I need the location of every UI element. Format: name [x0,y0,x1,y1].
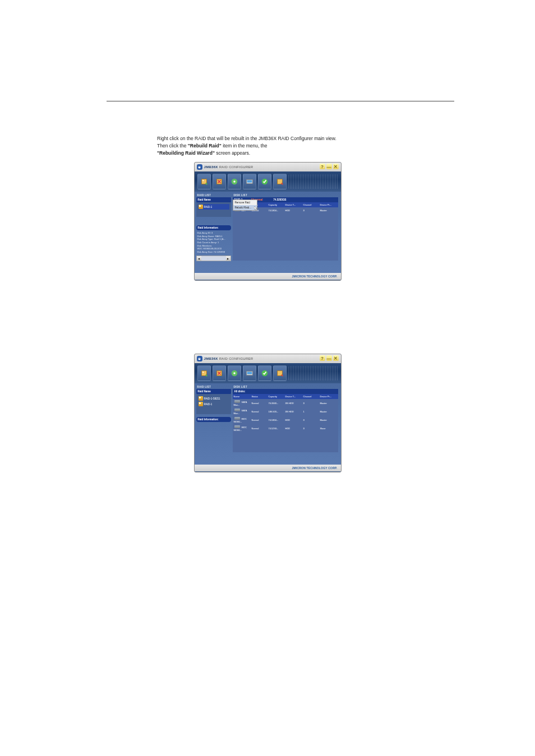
svg-point-15 [233,373,236,375]
raid-configurer-window-1: JMB36X RAID CONFIGURER ? — ✕ RAID LIST R… [194,162,342,281]
raid-list-label: RAID LIST [196,193,231,197]
raid-item-label: RAID-1 [204,206,213,208]
toolbar-filler [288,366,338,381]
toolbar-btn-3[interactable] [228,174,241,189]
disk-list-label: DISK LIST [233,193,338,197]
disk-group-header: All disks: [233,389,338,394]
help-button[interactable]: ? [320,355,325,361]
minimize-button[interactable]: — [326,355,332,361]
toolbar-btn-4[interactable] [243,174,256,189]
raid-item-0[interactable]: RAID-1-SIES1 [198,396,229,401]
disk-icon [234,400,240,403]
disk-icon [234,425,240,428]
toolbar-btn-5[interactable] [258,174,271,189]
toolbar-btn-2[interactable] [213,365,226,381]
right-panel: DISK LIST All disks: Name Status Capacit… [233,383,341,465]
toolbar-filler [288,174,338,189]
toolbar-btn-1[interactable] [197,365,211,381]
disk-list-label: DISK LIST [233,385,338,389]
toolbar-btn-5[interactable] [258,365,271,381]
raid-info-body: Disk Array ID: 3 Disk Array Name: RAID-1… [196,230,231,254]
disk-icon [234,409,240,411]
raid-item-label: RAID-1 [204,403,213,406]
raid-info-header: Raid Information: [196,225,231,230]
raid-icon [199,205,203,209]
help-button[interactable]: ? [320,164,325,169]
toolbar-btn-4[interactable] [243,365,256,381]
close-button[interactable]: ✕ [333,355,339,361]
raid-item-label: RAID-1-SIES1 [204,397,220,400]
svg-rect-2 [202,180,204,182]
cursor-icon [254,206,257,211]
svg-rect-17 [247,372,252,374]
toolbar [195,171,341,192]
raid-icon [199,396,203,401]
svg-rect-7 [247,180,252,183]
minimize-button[interactable]: — [326,164,332,169]
disk-icon [234,417,240,420]
context-rebuild-raid[interactable]: Rebuild Raid... [233,205,257,210]
svg-rect-12 [202,372,204,373]
toolbar-btn-1[interactable] [197,174,211,189]
titlebar: JMB36X RAID CONFIGURER ? — ✕ [195,163,341,171]
app-footer: JMICRON TECHNOLOGY CORP. [195,465,341,471]
raid-tree[interactable]: RAID-1-SIES1 RAID-1 [196,394,231,414]
scroll-track[interactable] [201,256,226,261]
raid-tree[interactable]: RAID-1 [196,202,231,217]
app-logo-icon [197,356,202,361]
raid-item-raid1[interactable]: RAID-1 [198,204,229,210]
scroll-left-icon[interactable]: ◀ [197,256,201,261]
raid-icon [199,402,203,406]
raid-list-label: RAID LIST [196,385,231,389]
app-footer: JMICRON TECHNOLOGY CORP. [195,273,341,280]
titlebar: JMB36X RAID CONFIGURER ? — ✕ [195,354,341,363]
toolbar-btn-3[interactable] [228,365,241,381]
raid-item-1[interactable]: RAID-1 [198,401,229,407]
toolbar-btn-6[interactable] [273,365,287,381]
disk-row[interactable]: SATA Max... Normal 189.920... 3G HDD 1 M… [233,407,338,416]
left-panel: RAID LIST Raid Name RAID-1 Raid Informat… [195,192,233,273]
raid-name-header: Raid Name [196,197,231,202]
toolbar-btn-2[interactable] [213,174,226,189]
page-divider [107,101,454,101]
app-title: JMB36X RAID CONFIGURER [204,165,253,169]
disk-list-body: 00... Normal 74.5304... HDD 3 Master [233,207,338,261]
raid-name-header: Raid Name [196,389,231,394]
disk-column-headers[interactable]: Name Status Capacity Device T... Channel… [233,394,338,399]
scroll-right-icon[interactable]: ▶ [226,256,230,261]
app-logo-icon [197,164,202,170]
disk-row[interactable]: WDC WD80... Normal 74.5293... HDD 3 Slav… [233,424,338,433]
raid-configurer-window-2: JMB36X RAID CONFIGURER ? — ✕ RAID LIST R… [194,354,342,472]
context-remove-raid[interactable]: Remove Raid [233,200,257,205]
body-paragraph: Right click on the RAID that will be reb… [157,135,409,156]
svg-point-5 [233,181,236,183]
app-title: JMB36X RAID CONFIGURER [204,357,253,360]
disk-row[interactable]: WDC WD80... Normal 74.5304... HDD 3 Mast… [233,416,338,424]
toolbar [195,363,341,383]
horizontal-scrollbar[interactable]: ◀ ▶ [196,256,231,261]
disk-list-body: SATA Max... Normal 76.3340... 3G HDD 3 M… [233,399,338,452]
toolbar-btn-6[interactable] [273,174,287,189]
raid-info-header: Raid Information: [196,417,231,422]
close-button[interactable]: ✕ [333,164,339,169]
left-panel: RAID LIST Raid Name RAID-1-SIES1 RAID-1 … [195,383,233,465]
disk-row[interactable]: SATA Max... Normal 76.3340... 3G HDD 3 M… [233,399,338,407]
